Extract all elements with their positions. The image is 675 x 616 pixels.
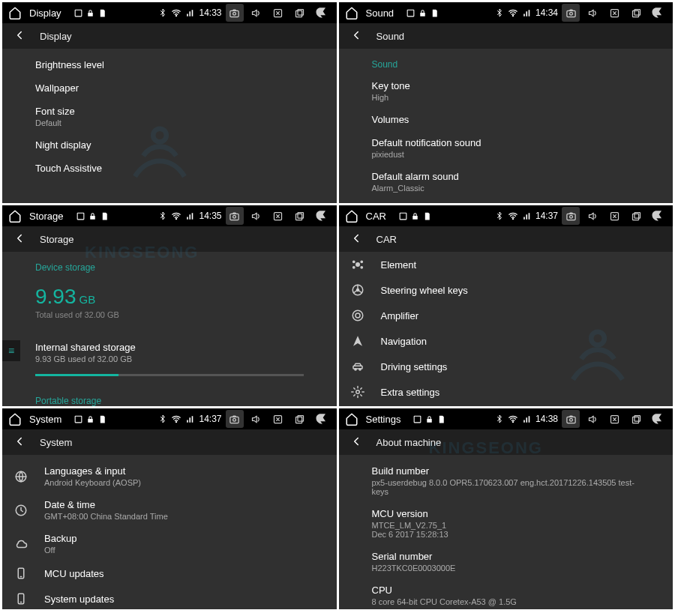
list-item[interactable]: Backup Off xyxy=(2,527,337,561)
close-app-icon[interactable] xyxy=(269,4,287,22)
list-item[interactable]: Factory settings xyxy=(339,405,674,406)
panel-car: CAR 14:37 CAR Element xyxy=(339,205,674,406)
home-icon[interactable] xyxy=(345,412,358,426)
svg-rect-58 xyxy=(296,417,302,423)
page-title: Display xyxy=(40,31,72,42)
svg-marker-56 xyxy=(253,416,257,423)
volume-icon[interactable] xyxy=(584,4,602,22)
home-icon[interactable] xyxy=(8,412,22,426)
screenshot-icon[interactable] xyxy=(562,410,580,428)
screenshot-icon[interactable] xyxy=(226,410,244,428)
list-item[interactable]: Navigation xyxy=(339,328,674,354)
list-item[interactable]: Font size Default xyxy=(2,100,337,133)
list-item[interactable]: Date & time GMT+08:00 China Standard Tim… xyxy=(2,493,337,527)
volume-icon[interactable] xyxy=(584,410,602,428)
screenshot-icon[interactable] xyxy=(562,4,580,22)
item-sub: High xyxy=(372,93,640,102)
recents-icon[interactable] xyxy=(291,4,309,22)
list-item[interactable]: Default notification sound pixiedust xyxy=(339,131,674,165)
close-app-icon[interactable] xyxy=(605,4,623,22)
volume-icon[interactable] xyxy=(248,4,266,22)
item-label: Default notification sound xyxy=(372,137,640,148)
list-item[interactable]: Default alarm sound Alarm_Classic xyxy=(339,165,674,199)
list-item[interactable]: Serial number H223TKC0E0003000E xyxy=(339,545,674,579)
back-nav-icon[interactable] xyxy=(649,4,667,22)
back-nav-icon[interactable] xyxy=(649,207,667,225)
list-item[interactable]: Element xyxy=(339,252,674,277)
home-icon[interactable] xyxy=(8,209,22,223)
svg-point-2 xyxy=(176,16,177,16)
svg-rect-66 xyxy=(415,416,422,423)
back-icon[interactable] xyxy=(350,232,363,247)
wifi-icon xyxy=(171,414,182,424)
svg-point-40 xyxy=(352,267,354,268)
back-nav-icon[interactable] xyxy=(649,410,667,428)
close-app-icon[interactable] xyxy=(605,410,623,428)
page-title: Storage xyxy=(40,234,74,245)
bluetooth-icon xyxy=(158,211,167,220)
list-item[interactable]: Build number px5-userdebug 8.0.0 OPR5.17… xyxy=(339,459,674,502)
bluetooth-icon xyxy=(495,8,504,17)
item-sub: MTCE_LM_V2.75_1Dec 6 2017 15:28:13 xyxy=(372,521,640,539)
item-label: Element xyxy=(381,259,417,271)
recents-icon[interactable] xyxy=(291,207,309,225)
back-nav-icon[interactable] xyxy=(313,4,331,22)
back-icon[interactable] xyxy=(350,28,363,44)
screenshot-icon[interactable] xyxy=(562,207,580,225)
item-label: Internal shared storage xyxy=(35,342,304,353)
list-item[interactable]: MCU updates xyxy=(2,561,337,586)
list-item[interactable]: Languages & input Android Keyboard (AOSP… xyxy=(2,459,337,493)
back-icon[interactable] xyxy=(13,28,26,44)
volume-icon[interactable] xyxy=(584,207,602,225)
screenshot-icon[interactable] xyxy=(226,207,244,225)
list-item[interactable]: Steering wheel keys xyxy=(339,277,674,303)
recents-icon[interactable] xyxy=(627,207,645,225)
list-item[interactable]: Driving settings xyxy=(339,354,674,379)
item-sub: Off xyxy=(44,546,76,555)
svg-rect-10 xyxy=(407,10,414,16)
storage-summary[interactable]: 9.93GB Total used of 32.00 GB xyxy=(2,277,337,322)
list-item[interactable]: Internal shared storage 9.93 GB used of … xyxy=(2,336,337,369)
list-item[interactable]: Wallpaper xyxy=(2,76,337,100)
item-label: System updates xyxy=(44,594,114,605)
side-tab-icon[interactable]: ≡ xyxy=(2,340,20,361)
status-bar: Display 14:33 xyxy=(2,2,337,23)
list-item[interactable]: Night display xyxy=(2,133,337,157)
close-app-icon[interactable] xyxy=(269,207,287,225)
list-item[interactable]: MCU version MTCE_LM_V2.75_1Dec 6 2017 15… xyxy=(339,502,674,545)
panel-about: Settings 14:38 About machine Build num xyxy=(339,408,674,609)
home-icon[interactable] xyxy=(345,209,358,223)
back-nav-icon[interactable] xyxy=(313,410,331,428)
recents-icon[interactable] xyxy=(627,4,645,22)
svg-point-12 xyxy=(512,16,513,16)
back-nav-icon[interactable] xyxy=(313,207,331,225)
home-icon[interactable] xyxy=(8,6,22,19)
close-app-icon[interactable] xyxy=(605,207,623,225)
svg-rect-59 xyxy=(298,415,304,421)
svg-point-68 xyxy=(512,422,513,423)
back-icon[interactable] xyxy=(13,232,26,247)
signal-icon xyxy=(185,211,195,221)
list-item[interactable]: Extra settings xyxy=(339,379,674,405)
screenshot-icon[interactable] xyxy=(226,4,244,22)
recents-icon[interactable] xyxy=(627,410,645,428)
svg-marker-71 xyxy=(589,416,593,423)
close-app-icon[interactable] xyxy=(269,410,287,428)
list-item[interactable]: Volumes xyxy=(339,108,674,131)
svg-point-14 xyxy=(569,12,572,15)
list-item[interactable]: Touch Assistive xyxy=(2,157,337,180)
home-icon[interactable] xyxy=(345,6,358,19)
recents-icon[interactable] xyxy=(291,410,309,428)
list-item[interactable]: Brightness level xyxy=(2,53,337,76)
back-icon[interactable] xyxy=(13,435,26,450)
list-item[interactable]: Amplifier xyxy=(339,303,674,328)
back-icon[interactable] xyxy=(350,435,363,450)
volume-icon[interactable] xyxy=(248,410,266,428)
volume-icon[interactable] xyxy=(248,207,266,225)
list-item[interactable]: CPU 8 core 64-bit CPU Coretex-A53 @ 1.5G xyxy=(339,579,674,609)
list-item[interactable]: Key tone High xyxy=(339,74,674,108)
list-item[interactable]: System updates xyxy=(2,586,337,609)
svg-point-37 xyxy=(356,263,359,267)
clock-icon xyxy=(13,504,29,517)
statusbar-title: Storage xyxy=(29,211,64,222)
